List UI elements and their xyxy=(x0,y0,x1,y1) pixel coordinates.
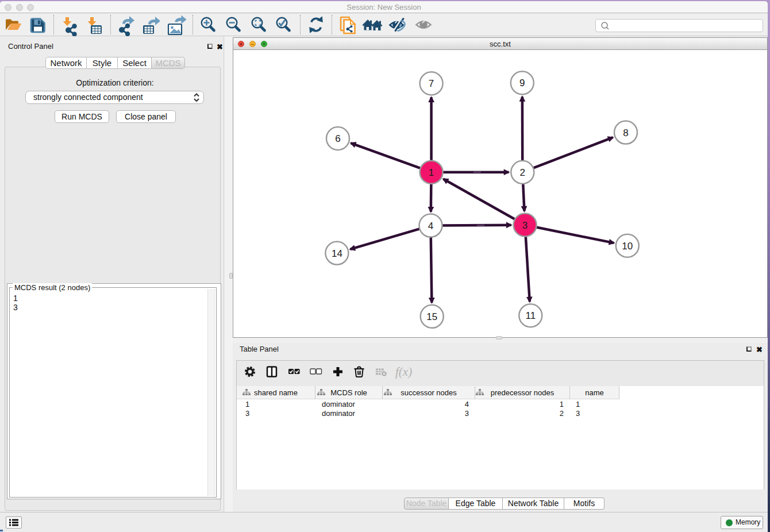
svg-text:4: 4 xyxy=(428,221,433,232)
svg-text:7: 7 xyxy=(429,78,434,89)
svg-text:2: 2 xyxy=(520,167,525,178)
svg-text:10: 10 xyxy=(622,241,633,252)
svg-text:14: 14 xyxy=(332,248,342,259)
svg-text:6: 6 xyxy=(335,133,340,144)
svg-text:9: 9 xyxy=(519,78,525,88)
svg-text:1: 1 xyxy=(429,167,434,178)
svg-text:f(x): f(x) xyxy=(395,365,412,379)
svg-text:11: 11 xyxy=(525,310,536,321)
svg-text:15: 15 xyxy=(426,311,437,322)
svg-text:3: 3 xyxy=(522,220,528,231)
svg-text:8: 8 xyxy=(623,128,628,138)
